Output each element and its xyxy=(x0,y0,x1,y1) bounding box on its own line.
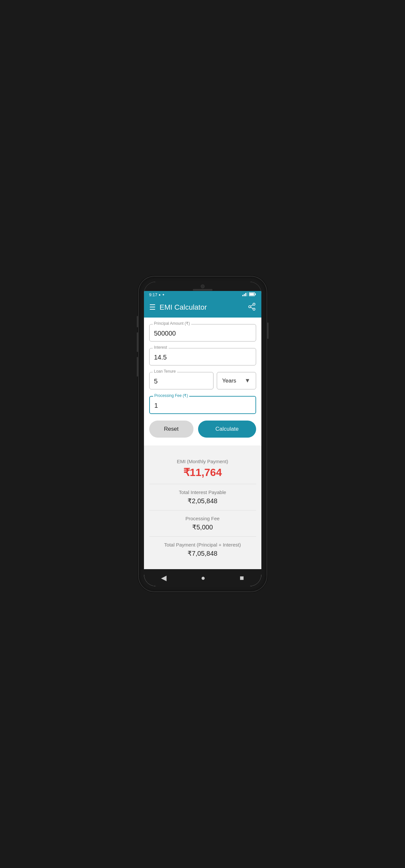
interest-input[interactable] xyxy=(150,348,256,365)
svg-rect-2 xyxy=(245,293,246,296)
reset-button[interactable]: Reset xyxy=(149,421,193,438)
status-time: 9:17 xyxy=(149,292,157,297)
svg-point-9 xyxy=(253,308,255,310)
interest-field: Interest xyxy=(149,348,256,366)
status-right xyxy=(242,292,256,297)
status-bar: 9:17 ● ✦ xyxy=(144,291,261,299)
svg-rect-6 xyxy=(255,293,256,295)
toolbar-left: ☰ EMI Calculator xyxy=(149,303,207,312)
processing-fee-input[interactable] xyxy=(150,397,255,413)
processing-fee-result-row: Processing Fee ₹5,000 xyxy=(149,510,256,536)
total-interest-label: Total Interest Payable xyxy=(149,490,256,495)
share-icon[interactable] xyxy=(248,303,256,312)
battery-icon xyxy=(249,292,256,297)
back-button[interactable]: ◀ xyxy=(154,572,173,584)
status-left: 9:17 ● ✦ xyxy=(149,292,165,297)
years-dropdown[interactable]: Years ▼ xyxy=(217,372,256,390)
svg-line-11 xyxy=(251,305,253,306)
principal-amount-label: Principal Amount (₹) xyxy=(153,321,191,326)
processing-fee-label: Processing Fee (₹) xyxy=(153,393,190,398)
loan-tenure-field: Loan Tenure xyxy=(149,372,214,390)
loan-tenure-row: Loan Tenure Years ▼ xyxy=(149,372,256,390)
status-gear-icon: ✦ xyxy=(162,293,165,297)
emi-label: EMI (Monthly Payment) xyxy=(149,459,256,464)
chevron-down-icon: ▼ xyxy=(245,377,251,384)
toolbar: ☰ EMI Calculator xyxy=(144,299,261,317)
processing-fee-field: Processing Fee (₹) xyxy=(149,396,256,414)
svg-point-7 xyxy=(253,303,255,305)
principal-amount-field: Principal Amount (₹) xyxy=(149,324,256,341)
calculate-button[interactable]: Calculate xyxy=(198,421,256,438)
svg-point-8 xyxy=(249,306,251,308)
interest-label: Interest xyxy=(153,345,168,350)
recent-button[interactable]: ■ xyxy=(233,572,251,584)
svg-rect-1 xyxy=(244,294,245,296)
home-button[interactable]: ● xyxy=(194,572,212,584)
principal-amount-input[interactable] xyxy=(150,324,256,341)
loan-tenure-label: Loan Tenure xyxy=(153,369,178,374)
processing-fee-result-label: Processing Fee xyxy=(149,516,256,521)
total-interest-value: ₹2,05,848 xyxy=(149,497,256,505)
form-content: Principal Amount (₹) Interest Loan Tenur… xyxy=(144,317,261,445)
total-payment-value: ₹7,05,848 xyxy=(149,550,256,557)
status-dot-icon: ● xyxy=(159,293,161,297)
total-payment-label: Total Payment (Principal + Interest) xyxy=(149,542,256,548)
results-section: EMI (Monthly Payment) ₹11,764 Total Inte… xyxy=(144,445,261,569)
total-payment-row: Total Payment (Principal + Interest) ₹7,… xyxy=(149,537,256,563)
svg-rect-3 xyxy=(247,292,248,296)
app-title: EMI Calculator xyxy=(160,303,207,312)
hamburger-icon[interactable]: ☰ xyxy=(149,303,156,312)
emi-result-row: EMI (Monthly Payment) ₹11,764 xyxy=(149,453,256,484)
buttons-row: Reset Calculate xyxy=(149,421,256,438)
emi-value: ₹11,764 xyxy=(149,466,256,478)
signal-icon xyxy=(242,292,248,297)
svg-line-10 xyxy=(251,307,253,309)
years-label: Years xyxy=(222,378,237,384)
nav-bar: ◀ ● ■ xyxy=(144,569,261,586)
svg-rect-0 xyxy=(242,295,243,296)
svg-rect-5 xyxy=(249,293,254,296)
processing-fee-result-value: ₹5,000 xyxy=(149,523,256,531)
loan-tenure-input[interactable] xyxy=(150,372,213,389)
total-interest-row: Total Interest Payable ₹2,05,848 xyxy=(149,484,256,510)
